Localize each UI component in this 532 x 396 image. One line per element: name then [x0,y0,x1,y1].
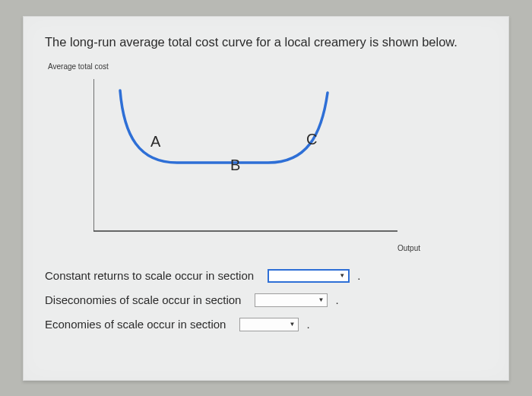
answer-row-constant: Constant returns to scale occur in secti… [45,269,487,283]
y-axis-label: Average total cost [48,62,109,71]
period: . [357,269,360,282]
dropdown-constant[interactable]: ▼ [268,269,350,283]
chevron-down-icon: ▼ [318,296,325,303]
dropdown-diseconomies[interactable]: ▼ [255,293,328,307]
region-label-c: C [306,131,317,148]
lratc-chart: Average total cost A B C Output [48,61,473,258]
period: . [306,318,309,331]
stem-economies: Economies of scale occur in section [45,318,226,331]
answer-row-economies: Economies of scale occur in section ▼ . [45,318,487,331]
question-text: The long-run average total cost curve fo… [45,33,487,50]
chevron-down-icon: ▼ [290,321,296,328]
answer-block: Constant returns to scale occur in secti… [45,269,487,331]
answer-row-diseconomies: Diseconomies of scale occur in section ▼… [45,293,487,307]
stem-diseconomies: Diseconomies of scale occur in section [45,293,241,306]
dropdown-economies[interactable]: ▼ [239,318,299,331]
region-label-b: B [230,157,240,174]
period: . [335,293,338,306]
question-card: The long-run average total cost curve fo… [23,16,509,381]
chevron-down-icon: ▼ [339,272,345,279]
stem-constant: Constant returns to scale occur in secti… [45,269,254,282]
region-label-a: A [150,133,160,150]
chart-svg [93,79,413,246]
y-axis-label-text: Average total cost [48,62,109,71]
x-axis-label: Output [397,244,420,252]
